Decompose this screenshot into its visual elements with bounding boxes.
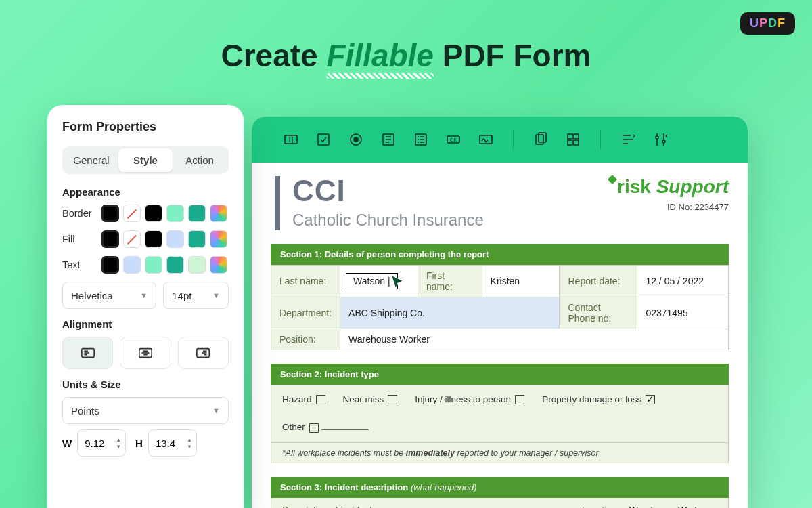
height-input[interactable] xyxy=(156,438,187,449)
fill-label: Fill xyxy=(62,234,96,245)
form-toolbar: T| OK xyxy=(252,117,748,163)
section1-header: Section 1: Details of person completing … xyxy=(271,244,729,265)
svg-rect-15 xyxy=(318,134,329,145)
svg-rect-28 xyxy=(574,140,579,145)
check-property[interactable] xyxy=(646,395,655,404)
first-name-value[interactable]: Kristen xyxy=(482,266,560,297)
border-swatch-teal[interactable] xyxy=(188,205,206,222)
svg-rect-26 xyxy=(574,134,579,139)
document-page: CCI Catholic Church Insurance risk Suppo… xyxy=(252,163,748,508)
width-input[interactable] xyxy=(85,438,116,449)
height-stepper[interactable]: ▲▼ xyxy=(187,437,192,450)
tab-action[interactable]: Action xyxy=(173,148,227,172)
button-icon[interactable]: OK xyxy=(444,130,463,149)
signature-icon[interactable] xyxy=(476,130,495,149)
text-swatch-rainbow[interactable] xyxy=(210,256,227,274)
check-nearmiss[interactable] xyxy=(388,395,397,404)
check-hazard[interactable] xyxy=(316,395,325,404)
align-left-button[interactable] xyxy=(62,337,113,369)
doc-logo-title: CCI xyxy=(292,176,484,206)
dept-label: Department: xyxy=(271,297,340,329)
position-value[interactable]: Warehouse Worker xyxy=(340,329,729,350)
text-swatch-teal[interactable] xyxy=(166,256,184,274)
svg-text:T|: T| xyxy=(288,136,294,144)
svg-text:OK: OK xyxy=(450,137,457,142)
units-value: Points xyxy=(71,405,99,417)
id-number: ID No: 2234477 xyxy=(609,202,729,212)
list-box-icon[interactable] xyxy=(411,130,430,149)
check-other[interactable] xyxy=(309,423,319,433)
hero-pre: Create xyxy=(221,38,326,73)
text-swatch-lime[interactable] xyxy=(188,256,206,274)
border-swatch-rainbow[interactable] xyxy=(210,205,227,222)
check-injury[interactable] xyxy=(515,395,524,404)
dropdown-icon[interactable] xyxy=(379,130,398,149)
svg-rect-23 xyxy=(536,135,543,144)
description-text[interactable]: On Friday afternoon, February 3, 2022, a… xyxy=(390,505,568,508)
text-swatch-lightblue[interactable] xyxy=(123,256,141,274)
section1-table: Last name: Watson | First name: Kristen … xyxy=(271,265,729,350)
font-size-select[interactable]: 14pt▼ xyxy=(163,282,229,309)
font-select[interactable]: Helvetica▼ xyxy=(62,282,156,309)
phone-value[interactable]: 02371495 xyxy=(637,297,729,329)
panel-title: Form Properties xyxy=(62,120,229,134)
align-tool-icon[interactable] xyxy=(618,130,637,149)
svg-rect-25 xyxy=(568,134,572,139)
toolbar-divider xyxy=(513,130,514,149)
border-swatch-none[interactable] xyxy=(123,205,141,222)
copy-icon[interactable] xyxy=(531,130,550,149)
align-right-button[interactable] xyxy=(178,337,229,369)
font-value: Helvetica xyxy=(71,290,113,301)
hero-post: PDF Form xyxy=(434,38,591,73)
last-name-cell[interactable]: Watson | xyxy=(340,266,418,297)
appearance-label: Appearance xyxy=(62,186,229,198)
border-swatch-selected[interactable] xyxy=(102,205,119,222)
chevron-down-icon: ▼ xyxy=(212,406,220,415)
align-center-button[interactable] xyxy=(120,337,171,369)
tools-icon[interactable] xyxy=(651,130,670,149)
report-date-label: Report date: xyxy=(560,266,637,297)
border-swatch-mint[interactable] xyxy=(166,205,184,222)
text-swatch-selected[interactable] xyxy=(102,256,119,274)
units-size-label: Units & Size xyxy=(62,379,229,390)
border-label: Border xyxy=(62,208,96,219)
text-field-icon[interactable]: T| xyxy=(281,130,300,149)
check-injury-label: Injury / illness to person xyxy=(415,394,511,404)
fill-swatch-none[interactable] xyxy=(123,230,141,248)
diamond-icon xyxy=(608,175,617,184)
text-swatch-mint[interactable] xyxy=(145,256,162,274)
check-hazard-label: Hazard xyxy=(282,394,312,404)
check-nearmiss-label: Near miss xyxy=(343,394,384,404)
units-select[interactable]: Points▼ xyxy=(62,397,229,424)
width-label: W xyxy=(62,438,72,449)
risk-support-logo: risk Support xyxy=(609,176,729,198)
check-other-label: Other xyxy=(282,422,305,432)
first-name-label: First name: xyxy=(418,266,482,297)
properties-panel: Form Properties General Style Action App… xyxy=(47,105,244,508)
alignment-label: Alignment xyxy=(62,318,229,330)
checkbox-icon[interactable] xyxy=(314,130,333,149)
chevron-down-icon: ▼ xyxy=(212,291,220,299)
width-stepper[interactable]: ▲▼ xyxy=(116,437,121,450)
fill-swatch-selected[interactable] xyxy=(102,230,119,248)
cursor-icon xyxy=(389,274,407,291)
height-label: H xyxy=(135,438,143,449)
border-swatch-black[interactable] xyxy=(145,205,162,222)
radio-button-icon[interactable] xyxy=(346,130,365,149)
report-date-value[interactable]: 12 / 05 / 2022 xyxy=(637,266,729,297)
fill-swatch-black[interactable] xyxy=(145,230,162,248)
incident-type-row: Hazard Near miss Injury / illness to per… xyxy=(271,385,729,443)
text-label: Text xyxy=(62,259,96,270)
fill-swatch-rainbow[interactable] xyxy=(210,230,227,248)
svg-rect-27 xyxy=(568,140,572,145)
dept-value[interactable]: ABC Shipping Co. xyxy=(340,297,560,329)
tab-style[interactable]: Style xyxy=(118,148,173,172)
tab-general[interactable]: General xyxy=(64,148,118,172)
panel-tabs: General Style Action xyxy=(62,146,229,174)
editor-window: T| OK CCI Catholic Church Insurance risk… xyxy=(252,117,748,508)
location-value[interactable]: Warehouse Worker xyxy=(629,505,708,508)
fill-swatch-teal[interactable] xyxy=(188,230,206,248)
grid-icon[interactable] xyxy=(564,130,583,149)
description-label: Description of incident: xyxy=(282,505,377,508)
fill-swatch-lightblue[interactable] xyxy=(166,230,184,248)
